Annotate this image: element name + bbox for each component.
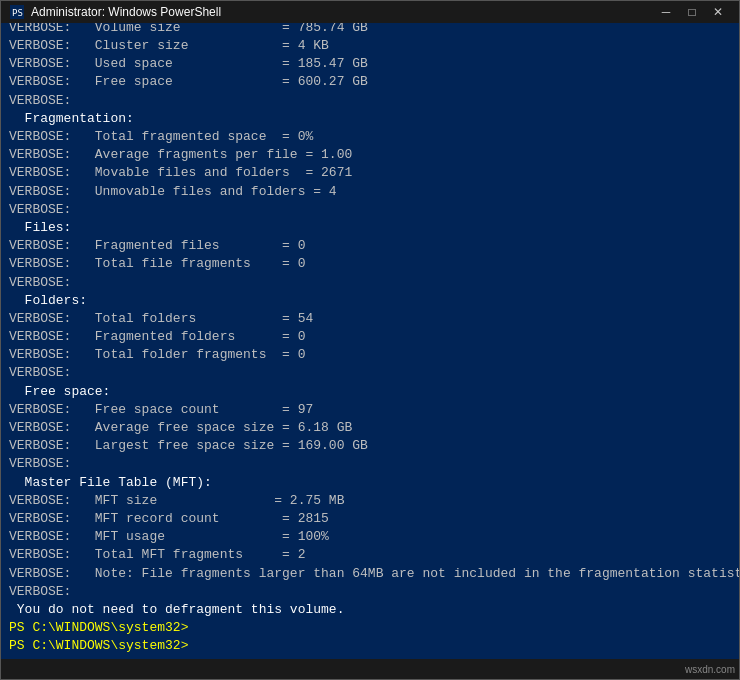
title-bar: PS Administrator: Windows PowerShell ─ □… xyxy=(1,1,739,23)
status-bar: wsxdn.com xyxy=(1,659,739,679)
console-line: VERBOSE: xyxy=(9,583,731,601)
console-line: VERBOSE: MFT size = 2.75 MB xyxy=(9,492,731,510)
console-line: VERBOSE: Total file fragments = 0 xyxy=(9,255,731,273)
console-line: VERBOSE: xyxy=(9,92,731,110)
console-line: Files: xyxy=(9,219,731,237)
console-line: Free space: xyxy=(9,383,731,401)
console-line: VERBOSE: Cluster size = 4 KB xyxy=(9,37,731,55)
console-line: VERBOSE: Average free space size = 6.18 … xyxy=(9,419,731,437)
console-line: VERBOSE: Free space = 600.27 GB xyxy=(9,73,731,91)
console-line: VERBOSE: Note: File fragments larger tha… xyxy=(9,565,731,583)
status-text: wsxdn.com xyxy=(685,664,735,675)
powershell-icon: PS xyxy=(9,4,25,20)
console-line: VERBOSE: xyxy=(9,364,731,382)
console-line: VERBOSE: Total fragmented space = 0% xyxy=(9,128,731,146)
console-line: VERBOSE: MFT record count = 2815 xyxy=(9,510,731,528)
console-line: VERBOSE: xyxy=(9,455,731,473)
title-bar-controls: ─ □ ✕ xyxy=(653,2,731,22)
console-line: VERBOSE: Fragmented files = 0 xyxy=(9,237,731,255)
console-line: VERBOSE: Total folder fragments = 0 xyxy=(9,346,731,364)
console-line: VERBOSE: Movable files and folders = 267… xyxy=(9,164,731,182)
console-output[interactable]: Windows PowerShellCopyright (C) Microsof… xyxy=(1,23,739,659)
console-line: Folders: xyxy=(9,292,731,310)
console-line: VERBOSE: Average fragments per file = 1.… xyxy=(9,146,731,164)
console-line: Master File Table (MFT): xyxy=(9,474,731,492)
console-line: VERBOSE: MFT usage = 100% xyxy=(9,528,731,546)
console-line: VERBOSE: Fragmented folders = 0 xyxy=(9,328,731,346)
console-line: VERBOSE: Volume size = 785.74 GB xyxy=(9,23,731,37)
close-button[interactable]: ✕ xyxy=(705,2,731,22)
console-line: VERBOSE: Used space = 185.47 GB xyxy=(9,55,731,73)
console-line: Fragmentation: xyxy=(9,110,731,128)
console-line: You do not need to defragment this volum… xyxy=(9,601,731,619)
maximize-button[interactable]: □ xyxy=(679,2,705,22)
console-line: VERBOSE: Unmovable files and folders = 4 xyxy=(9,183,731,201)
title-bar-left: PS Administrator: Windows PowerShell xyxy=(9,4,221,20)
console-line: VERBOSE: Largest free space size = 169.0… xyxy=(9,437,731,455)
console-line: VERBOSE: Free space count = 97 xyxy=(9,401,731,419)
title-bar-text: Administrator: Windows PowerShell xyxy=(31,5,221,19)
console-line: VERBOSE: Total MFT fragments = 2 xyxy=(9,546,731,564)
svg-text:PS: PS xyxy=(12,8,23,18)
console-line: VERBOSE: xyxy=(9,274,731,292)
console-line: PS C:\WINDOWS\system32> xyxy=(9,619,731,637)
powershell-window: PS Administrator: Windows PowerShell ─ □… xyxy=(0,0,740,680)
console-line: VERBOSE: Total folders = 54 xyxy=(9,310,731,328)
console-line: PS C:\WINDOWS\system32> xyxy=(9,637,731,655)
console-line: VERBOSE: xyxy=(9,201,731,219)
minimize-button[interactable]: ─ xyxy=(653,2,679,22)
